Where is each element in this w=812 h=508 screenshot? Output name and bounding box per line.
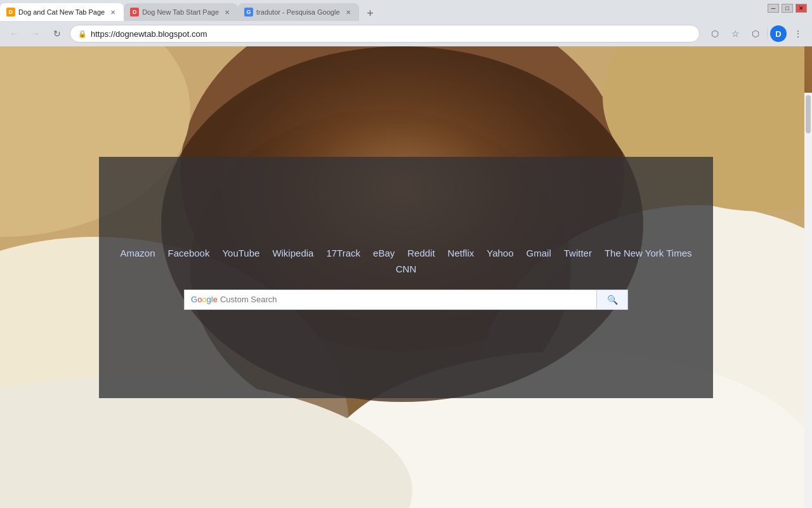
reload-button[interactable]: ↻ — [48, 25, 66, 43]
separator — [767, 27, 768, 40]
forward-button[interactable]: → — [27, 25, 44, 43]
address-bar-row: ← → ↻ 🔒 https://dognewtab.blogspot.com ⬡… — [0, 21, 812, 46]
tab2-close[interactable]: ✕ — [223, 8, 232, 17]
tabs-row: D Dog and Cat New Tab Page ✕ D Dog New T… — [0, 0, 379, 21]
nav-link-youtube[interactable]: YouTube — [216, 245, 266, 261]
scrollbar[interactable] — [804, 93, 812, 508]
minimize-button[interactable]: ─ — [768, 4, 779, 13]
center-panel: AmazonFacebookYouTubeWikipedia17TrackeBa… — [99, 157, 713, 398]
nav-link-reddit[interactable]: Reddit — [401, 245, 441, 261]
search-row: Google 🔍 — [184, 290, 628, 310]
cast-icon[interactable]: ⬡ — [706, 25, 724, 43]
search-icon: 🔍 — [607, 295, 618, 305]
nav-link-cnn[interactable]: CNN — [390, 261, 423, 277]
tab-tradutor[interactable]: G tradutor - Pesquisa Google ✕ — [238, 3, 358, 21]
profile-button[interactable]: D — [770, 25, 787, 42]
search-input-wrap: Google — [184, 290, 596, 310]
tab1-close[interactable]: ✕ — [108, 8, 117, 17]
title-bar: D Dog and Cat New Tab Page ✕ D Dog New T… — [0, 0, 812, 21]
scrollbar-thumb[interactable] — [806, 95, 811, 133]
maximize-button[interactable]: □ — [782, 4, 793, 13]
links-row: AmazonFacebookYouTubeWikipedia17TrackeBa… — [99, 245, 713, 277]
url-display: https://dognewtab.blogspot.com — [91, 29, 207, 39]
back-button[interactable]: ← — [5, 25, 23, 43]
nav-link-facebook[interactable]: Facebook — [162, 245, 216, 261]
bookmark-icon[interactable]: ☆ — [726, 25, 744, 43]
search-input[interactable] — [220, 295, 590, 304]
nav-link-gmail[interactable]: Gmail — [520, 245, 558, 261]
menu-icon[interactable]: ⋮ — [789, 25, 807, 43]
tab1-label: Dog and Cat New Tab Page — [18, 8, 105, 16]
search-button[interactable]: 🔍 — [596, 290, 628, 310]
tab3-label: tradutor - Pesquisa Google — [256, 8, 339, 16]
close-button[interactable]: ✕ — [796, 4, 807, 13]
chrome-window: D Dog and Cat New Tab Page ✕ D Dog New T… — [0, 0, 812, 508]
nav-link-17track[interactable]: 17Track — [320, 245, 367, 261]
nav-link-yahoo[interactable]: Yahoo — [480, 245, 520, 261]
nav-link-twitter[interactable]: Twitter — [558, 245, 598, 261]
window-controls: ─ □ ✕ — [768, 4, 807, 13]
tab1-icon: D — [6, 8, 15, 17]
tab-dog-cat[interactable]: D Dog and Cat New Tab Page ✕ — [0, 3, 124, 21]
nav-link-nytimes[interactable]: The New York Times — [598, 245, 698, 261]
tab3-close[interactable]: ✕ — [344, 8, 353, 17]
lock-icon: 🔒 — [78, 30, 87, 38]
tab2-label: Dog New Tab Start Page — [142, 8, 219, 16]
google-logo: Google — [191, 295, 218, 304]
address-bar[interactable]: 🔒 https://dognewtab.blogspot.com — [70, 25, 700, 43]
toolbar-icons: ⬡ ☆ ⬡ D ⋮ — [706, 25, 807, 43]
tab-dog-new[interactable]: D Dog New Tab Start Page ✕ — [124, 3, 238, 21]
nav-link-amazon[interactable]: Amazon — [114, 245, 162, 261]
nav-link-ebay[interactable]: eBay — [367, 245, 401, 261]
tab3-icon: G — [244, 8, 253, 17]
new-tab-button[interactable]: + — [362, 6, 379, 21]
extension-icon[interactable]: ⬡ — [747, 25, 764, 43]
nav-link-wikipedia[interactable]: Wikipedia — [266, 245, 320, 261]
web-content: AmazonFacebookYouTubeWikipedia17TrackeBa… — [0, 46, 812, 508]
tab2-icon: D — [130, 8, 139, 17]
nav-link-netflix[interactable]: Netflix — [442, 245, 481, 261]
